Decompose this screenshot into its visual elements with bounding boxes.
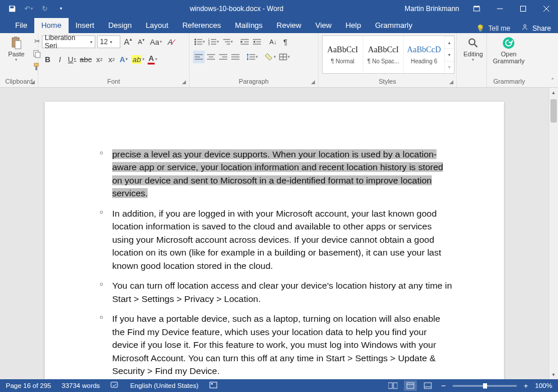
font-color-icon[interactable]: A▾ [146,53,158,66]
styles-gallery[interactable]: AaBbCcI ¶ Normal AaBbCcI ¶ No Spac... Aa… [322,35,455,74]
close-icon[interactable] [535,0,558,17]
language-status[interactable]: English (United States) [130,382,199,389]
shrink-font-icon[interactable]: A▾ [135,35,147,48]
read-mode-icon[interactable] [387,380,399,391]
gallery-up-icon[interactable]: ▴ [445,36,454,48]
body-text[interactable]: If you have a portable device, such as a… [112,314,440,376]
strikethrough-button[interactable]: abc [78,53,93,66]
body-text[interactable]: In addition, if you are logged in with y… [112,208,441,271]
share-icon [521,23,529,33]
tell-me-search[interactable]: 💡 Tell me [476,24,510,33]
bullets-icon[interactable]: ▾ [193,35,206,48]
document-page[interactable]: precise a level as your device supports.… [45,102,504,379]
undo-icon[interactable]: ↶▾ [21,1,36,16]
vertical-scrollbar[interactable]: ▴ ▾ [549,88,558,379]
web-layout-icon[interactable] [421,380,434,391]
customize-qat-icon[interactable]: ▾ [53,1,69,16]
style-normal[interactable]: AaBbCcI ¶ Normal [323,36,363,73]
list-item[interactable]: precise a level as your device supports.… [96,148,453,200]
ribbon-display-options-icon[interactable] [465,0,488,17]
shading-icon[interactable]: ▾ [264,51,277,63]
bold-button[interactable]: B [42,53,53,66]
show-marks-icon[interactable]: ¶ [280,35,291,48]
borders-icon[interactable]: ▾ [278,51,291,63]
change-case-icon[interactable]: Aa▾ [149,35,163,48]
signed-in-user[interactable]: Martin Brinkmann [405,5,465,13]
increase-indent-icon[interactable] [251,35,263,48]
paste-button[interactable]: Paste ▾ [3,35,29,63]
word-count[interactable]: 33734 words [62,382,100,389]
list-item[interactable]: You can turn off location access and cle… [96,279,453,305]
superscript-button[interactable]: x2 [106,53,117,66]
clipboard-dialog-icon[interactable]: ◢ [28,78,37,86]
scrollbar-thumb[interactable] [550,99,557,123]
styles-dialog-icon[interactable]: ◢ [447,78,455,86]
scroll-up-icon[interactable]: ▴ [549,88,558,97]
justify-icon[interactable] [230,51,241,63]
tab-grammarly[interactable]: Grammarly [368,18,419,33]
italic-button[interactable]: I [54,53,66,66]
gallery-down-icon[interactable]: ▾ [445,48,454,60]
decrease-indent-icon[interactable] [239,35,251,48]
text-effects-icon[interactable]: A▾ [118,53,130,66]
document-area[interactable]: precise a level as your device supports.… [0,88,549,379]
share-button[interactable]: Share [521,23,551,33]
tab-file[interactable]: File [8,18,34,33]
save-icon[interactable] [5,1,20,16]
paragraph-dialog-icon[interactable]: ◢ [309,78,317,86]
grow-font-icon[interactable]: A▴ [122,35,134,48]
svg-rect-3 [521,6,526,11]
spellcheck-icon[interactable] [110,381,120,390]
open-grammarly-button[interactable]: Open Grammarly [491,35,527,66]
sort-icon[interactable]: A↓ [267,35,279,48]
group-label-paragraph: Paragraph [193,78,314,86]
tab-design[interactable]: Design [101,18,138,33]
tab-help[interactable]: Help [338,18,368,33]
style-heading6[interactable]: AaBbCcD Heading 6 [404,36,445,73]
zoom-out-button[interactable]: − [439,381,448,390]
font-dialog-icon[interactable]: ◢ [180,78,188,86]
zoom-in-button[interactable]: + [521,382,531,390]
macro-icon[interactable] [209,381,217,390]
line-spacing-icon[interactable]: ▾ [246,51,259,63]
clear-formatting-icon[interactable]: A⁄ [165,35,177,48]
font-name-combo[interactable]: Liberation Seri▾ [42,35,95,48]
body-text[interactable]: You can turn off location access and cle… [112,280,452,303]
highlight-icon[interactable]: ab▾ [130,53,146,66]
tab-mailings[interactable]: Mailings [228,18,270,33]
selected-text[interactable]: precise a level as your device supports.… [112,149,443,198]
align-center-icon[interactable] [205,51,217,63]
print-layout-icon[interactable] [404,380,417,391]
align-right-icon[interactable] [217,51,229,63]
tab-references[interactable]: References [176,18,228,33]
list-item[interactable]: If you have a portable device, such as a… [96,312,453,377]
maximize-icon[interactable] [512,0,535,17]
zoom-slider[interactable] [453,385,517,387]
tab-home[interactable]: Home [34,18,69,33]
svg-marker-32 [241,41,243,43]
scroll-down-icon[interactable]: ▾ [549,370,558,379]
zoom-level[interactable]: 100% [535,382,552,389]
tab-view[interactable]: View [308,18,338,33]
numbering-icon[interactable]: 123▾ [207,35,220,48]
tab-insert[interactable]: Insert [69,18,102,33]
multilevel-list-icon[interactable]: ▾ [221,35,234,48]
tab-review[interactable]: Review [270,18,309,33]
minimize-icon[interactable] [488,0,512,17]
svg-rect-12 [34,63,38,66]
editing-button[interactable]: Editing ▾ [460,35,486,63]
underline-button[interactable]: U▾ [66,53,78,66]
tab-layout[interactable]: Layout [139,18,176,33]
redo-icon[interactable]: ↻ [37,1,52,16]
group-label-grammarly: Grammarly [491,78,528,86]
collapse-ribbon-icon[interactable]: ˄ [551,77,555,85]
list-item[interactable]: In addition, if you are logged in with y… [96,207,453,272]
style-name: ¶ Normal [331,58,354,64]
style-nospacing[interactable]: AaBbCcI ¶ No Spac... [363,36,404,73]
zoom-slider-thumb[interactable] [483,383,487,389]
page-number[interactable]: Page 16 of 295 [6,382,51,389]
subscript-button[interactable]: x2 [94,53,105,66]
gallery-more-icon[interactable]: ▿ [445,61,454,73]
align-left-icon[interactable] [193,51,205,63]
font-size-combo[interactable]: 12▾ [97,35,120,48]
